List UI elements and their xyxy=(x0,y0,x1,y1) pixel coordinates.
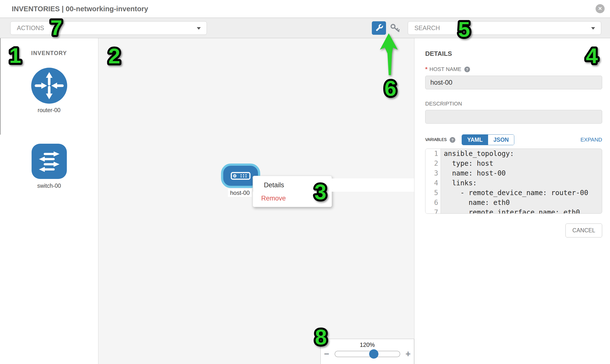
code-line: 4 links: xyxy=(426,178,602,188)
line-number: 2 xyxy=(426,159,441,169)
server-icon xyxy=(230,171,251,181)
palette-title: INVENTORY xyxy=(0,50,98,57)
zoom-slider-thumb[interactable] xyxy=(369,349,378,359)
variables-header-row: VARIABLES ? YAML JSON EXPAND xyxy=(425,134,602,145)
main-area: INVENTORY xyxy=(0,38,610,364)
description-label-row: DESCRIPTION xyxy=(425,101,602,107)
line-number: 7 xyxy=(426,208,441,214)
zoom-out-button[interactable]: − xyxy=(324,350,329,358)
line-number: 6 xyxy=(426,198,441,208)
code-text: type: host xyxy=(441,159,602,169)
zoom-control-panel: 120% − + xyxy=(320,339,414,364)
line-number: 3 xyxy=(426,169,441,178)
palette-item-label: router-00 xyxy=(0,107,98,114)
actions-dropdown[interactable]: ACTIONS xyxy=(10,21,207,35)
host-node-label: host-00 xyxy=(228,189,252,197)
code-line: 6 name: eth0 xyxy=(426,198,602,208)
toolbar: ACTIONS SEARCH xyxy=(0,18,610,38)
details-panel: DETAILS * HOST NAME ? DESCRIPTION VARIAB… xyxy=(414,38,610,364)
code-text: name: eth0 xyxy=(441,198,602,208)
expand-link[interactable]: EXPAND xyxy=(580,137,602,143)
left-edge-scroll-line xyxy=(0,38,1,135)
code-line: 3 name: host-00 xyxy=(426,169,602,178)
cancel-button[interactable]: CANCEL xyxy=(565,223,602,237)
search-dropdown-label: SEARCH xyxy=(415,25,440,31)
variables-label: VARIABLES xyxy=(425,138,447,142)
code-text: links: xyxy=(441,178,602,188)
chevron-down-icon xyxy=(197,27,201,30)
details-panel-title: DETAILS xyxy=(425,50,602,58)
node-context-menu: Details Remove xyxy=(253,176,332,207)
host-name-label-row: * HOST NAME ? xyxy=(425,66,602,73)
line-number: 4 xyxy=(426,178,441,188)
zoom-in-button[interactable]: + xyxy=(406,350,411,358)
code-line: 5 - remote_device_name: router-00 xyxy=(426,188,602,198)
variables-code-editor[interactable]: 1 ansible_topology: 2 type: host 3 name:… xyxy=(425,149,602,214)
switch-icon xyxy=(31,143,67,180)
format-toggle: YAML JSON xyxy=(462,134,515,145)
description-field[interactable] xyxy=(425,110,602,124)
chevron-down-icon xyxy=(591,27,595,30)
networking-inventory-app: INVENTORIES | 00-networking-inventory ✕ … xyxy=(0,0,610,364)
close-icon[interactable]: ✕ xyxy=(596,4,605,13)
code-text: remote_interface_name: eth0 xyxy=(441,208,602,214)
zoom-slider-track[interactable] xyxy=(335,351,400,357)
help-icon[interactable]: ? xyxy=(464,66,470,72)
host-name-field[interactable] xyxy=(425,76,602,89)
code-line: 7 remote_interface_name: eth0 xyxy=(426,208,602,214)
context-menu-item-remove[interactable]: Remove xyxy=(253,192,332,205)
line-number: 5 xyxy=(426,188,441,198)
context-menu-item-details[interactable]: Details xyxy=(253,179,414,192)
code-text: ansible_topology: xyxy=(441,149,602,159)
code-line: 1 ansible_topology: xyxy=(426,149,602,159)
palette-item-label: switch-00 xyxy=(0,182,98,189)
key-button[interactable] xyxy=(390,23,402,34)
actions-dropdown-label: ACTIONS xyxy=(17,25,44,31)
page-header: INVENTORIES | 00-networking-inventory ✕ xyxy=(0,0,610,18)
wrench-icon xyxy=(374,23,384,33)
search-dropdown[interactable]: SEARCH xyxy=(408,21,601,35)
format-toggle-json[interactable]: JSON xyxy=(488,135,514,145)
router-icon xyxy=(31,67,67,104)
page-title: INVENTORIES | 00-networking-inventory xyxy=(12,0,148,18)
configure-button[interactable] xyxy=(372,21,386,35)
zoom-level-value: 120% xyxy=(321,341,414,348)
required-marker: * xyxy=(425,66,427,73)
inventory-palette: INVENTORY xyxy=(0,38,98,364)
line-number: 1 xyxy=(426,149,441,159)
code-text: name: host-00 xyxy=(441,169,602,178)
topology-canvas[interactable]: host-00 Details Remove 120% − + xyxy=(98,38,414,364)
description-label: DESCRIPTION xyxy=(425,101,462,107)
help-icon[interactable]: ? xyxy=(450,137,455,143)
key-icon xyxy=(390,23,402,34)
palette-item-router[interactable]: router-00 xyxy=(0,67,98,114)
code-line: 2 type: host xyxy=(426,159,602,169)
format-toggle-yaml[interactable]: YAML xyxy=(462,135,488,145)
palette-item-switch[interactable]: switch-00 xyxy=(0,143,98,189)
code-text: - remote_device_name: router-00 xyxy=(441,188,602,198)
host-name-label: HOST NAME xyxy=(429,66,461,72)
